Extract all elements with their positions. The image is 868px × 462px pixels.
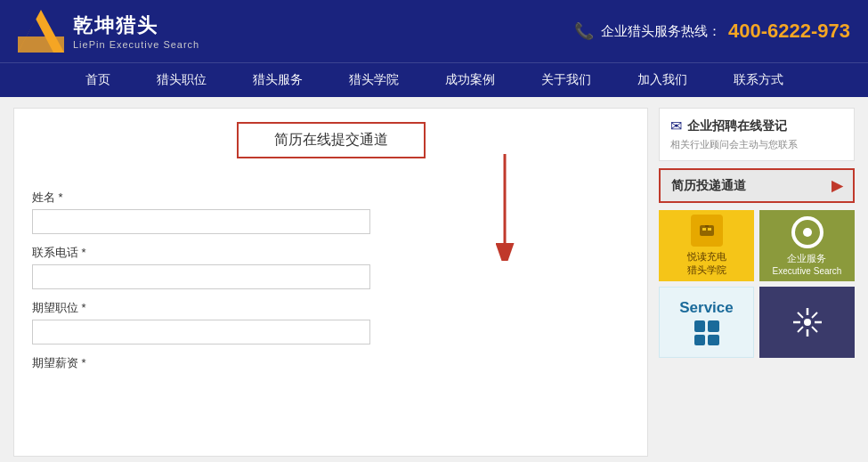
form-title-box: 简历在线提交通道 xyxy=(237,122,426,158)
position-input[interactable] xyxy=(32,320,370,344)
sidebar: ✉ 企业招聘在线登记 相关行业顾问会主动与您联系 简历投递通道 ▶ xyxy=(659,108,855,457)
phone-icon: 📞 xyxy=(574,21,594,41)
main-nav: 首页 猎头职位 猎头服务 猎头学院 成功案例 关于我们 加入我们 联系方式 xyxy=(0,62,868,97)
svg-rect-7 xyxy=(708,228,711,231)
phone-input[interactable] xyxy=(32,264,370,289)
header: 乾坤猎头 LiePin Executive Search 📞 企业猎头服务热线：… xyxy=(0,0,868,62)
recruit-sub: 相关行业顾问会主动与您联系 xyxy=(670,138,843,151)
recruit-header: ✉ 企业招聘在线登记 xyxy=(670,118,843,134)
hotline-number: 400-6222-973 xyxy=(728,20,850,43)
form-area: 简历在线提交通道 姓名 * 联系电话 * xyxy=(13,108,648,457)
logo-name: 乾坤猎头 xyxy=(73,12,199,39)
tile-enterprise[interactable]: 企业服务Executive Search xyxy=(759,210,855,281)
nav-services[interactable]: 猎头服务 xyxy=(247,70,308,90)
hotline: 📞 企业猎头服务热线： 400-6222-973 xyxy=(574,20,850,43)
recruit-title: 企业招聘在线登记 xyxy=(687,118,787,134)
salary-field-group: 期望薪资 * xyxy=(32,355,629,371)
svg-line-16 xyxy=(812,312,817,318)
form-title: 简历在线提交通道 xyxy=(274,131,388,150)
recruit-box: ✉ 企业招聘在线登记 相关行业顾问会主动与您联系 xyxy=(659,108,855,161)
logo-sub: LiePin Executive Search xyxy=(73,39,199,50)
tile-enterprise-label: 企业服务Executive Search xyxy=(773,252,842,276)
tiles-grid: 悦读充电猎头学院 企业服务Executive Search Service xyxy=(659,210,855,358)
nav-academy[interactable]: 猎头学院 xyxy=(344,70,404,90)
nav-home[interactable]: 首页 xyxy=(80,70,116,90)
resume-btn-label: 简历投递通道 xyxy=(671,178,746,194)
resume-arrow-icon: ▶ xyxy=(831,177,842,194)
tile-service[interactable]: Service xyxy=(659,287,754,358)
nav-jobs[interactable]: 猎头职位 xyxy=(151,70,212,90)
resume-button[interactable]: 简历投递通道 ▶ xyxy=(659,168,855,203)
red-arrow-svg xyxy=(469,154,540,261)
svg-point-9 xyxy=(804,319,811,326)
svg-line-15 xyxy=(812,327,817,332)
salary-label: 期望薪资 * xyxy=(32,355,629,371)
position-label: 期望职位 * xyxy=(32,300,629,316)
svg-line-17 xyxy=(798,327,803,332)
tile-charge-label: 悦读充电猎头学院 xyxy=(687,250,726,277)
logo-icon xyxy=(18,10,64,53)
svg-rect-8 xyxy=(705,225,709,227)
sparkle-icon xyxy=(791,306,823,338)
main-content: 简历在线提交通道 姓名 * 联系电话 * xyxy=(0,97,868,462)
svg-rect-2 xyxy=(18,36,64,53)
svg-rect-6 xyxy=(702,228,706,231)
tile-charge[interactable]: 悦读充电猎头学院 xyxy=(659,210,754,281)
tile-star[interactable] xyxy=(759,287,855,358)
position-field-group: 期望职位 * xyxy=(32,300,629,344)
logo-area: 乾坤猎头 LiePin Executive Search xyxy=(18,10,199,53)
hotline-label: 企业猎头服务热线： xyxy=(601,23,721,40)
nav-join[interactable]: 加入我们 xyxy=(632,70,693,90)
charge-icon xyxy=(691,215,723,247)
mail-icon: ✉ xyxy=(670,118,682,134)
nav-cases[interactable]: 成功案例 xyxy=(440,70,500,90)
grid-icon xyxy=(694,320,719,345)
logo-text: 乾坤猎头 LiePin Executive Search xyxy=(73,12,199,50)
name-input[interactable] xyxy=(32,209,370,234)
svg-line-14 xyxy=(798,312,803,318)
target-icon xyxy=(791,216,823,248)
nav-contact[interactable]: 联系方式 xyxy=(728,70,789,90)
tile-service-label: Service xyxy=(679,299,734,317)
nav-about[interactable]: 关于我们 xyxy=(536,70,596,90)
